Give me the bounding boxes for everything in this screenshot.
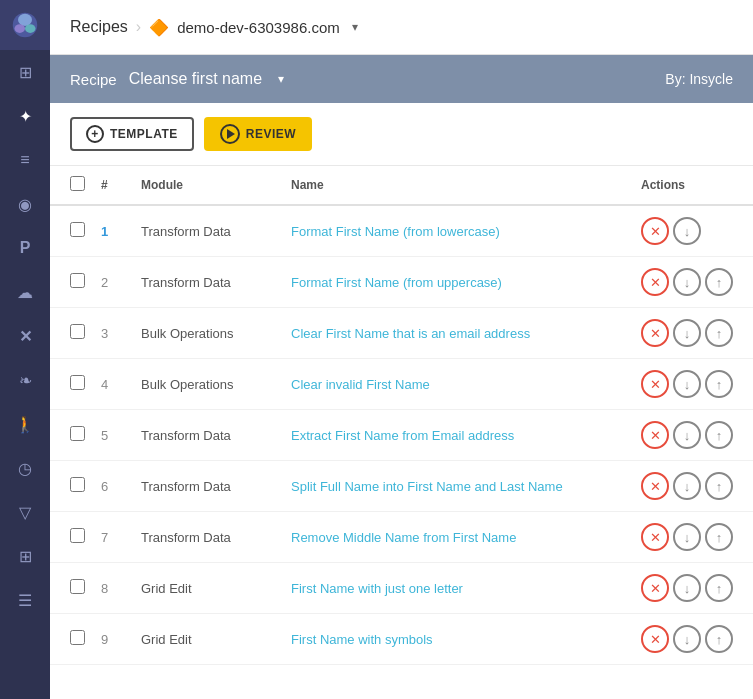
row-checkbox-4[interactable] (70, 375, 85, 390)
move-up-button[interactable]: ↑ (705, 268, 733, 296)
sidebar-item-p[interactable]: P (0, 226, 50, 270)
template-button[interactable]: + TEMPLATE (70, 117, 194, 151)
move-up-button[interactable]: ↑ (705, 370, 733, 398)
sidebar-item-home[interactable]: ⊞ (0, 50, 50, 94)
row-name-link[interactable]: First Name with symbols (291, 632, 433, 647)
main-content: Recipes › 🔶 demo-dev-6303986.com ▾ Recip… (50, 0, 753, 699)
row-module: Grid Edit (133, 614, 283, 665)
sidebar-item-run[interactable]: 🚶 (0, 402, 50, 446)
row-name[interactable]: Clear invalid First Name (283, 359, 633, 410)
sidebar-logo[interactable] (0, 0, 50, 50)
delete-button[interactable]: ✕ (641, 421, 669, 449)
row-checkbox-3[interactable] (70, 324, 85, 339)
move-down-button[interactable]: ↓ (673, 625, 701, 653)
row-name-link[interactable]: Format First Name (from lowercase) (291, 224, 500, 239)
row-checkbox-8[interactable] (70, 579, 85, 594)
row-checkbox-2[interactable] (70, 273, 85, 288)
delete-button[interactable]: ✕ (641, 523, 669, 551)
move-down-button[interactable]: ↓ (673, 523, 701, 551)
grid-icon: ⊞ (19, 63, 32, 82)
row-num: 5 (93, 410, 133, 461)
move-down-button[interactable]: ↓ (673, 370, 701, 398)
actions-group: ✕↓↑ (641, 523, 745, 551)
row-checkbox-5[interactable] (70, 426, 85, 441)
down-icon: ↓ (684, 224, 691, 239)
table-row: 9Grid EditFirst Name with symbols✕↓↑ (50, 614, 753, 665)
leaf-icon: ❧ (19, 371, 32, 390)
row-checkbox-1[interactable] (70, 222, 85, 237)
delete-button[interactable]: ✕ (641, 574, 669, 602)
delete-button[interactable]: ✕ (641, 472, 669, 500)
move-up-button[interactable]: ↑ (705, 625, 733, 653)
move-down-button[interactable]: ↓ (673, 319, 701, 347)
row-name[interactable]: First Name with symbols (283, 614, 633, 665)
row-name[interactable]: Format First Name (from lowercase) (283, 205, 633, 257)
row-name-link[interactable]: Split Full Name into First Name and Last… (291, 479, 563, 494)
row-actions-cell: ✕↓↑ (633, 359, 753, 410)
delete-button[interactable]: ✕ (641, 319, 669, 347)
recipe-by: By: Insycle (665, 71, 733, 87)
sidebar-item-cloud[interactable]: ☁ (0, 270, 50, 314)
delete-button[interactable]: ✕ (641, 217, 669, 245)
row-checkbox-7[interactable] (70, 528, 85, 543)
row-name[interactable]: Clear First Name that is an email addres… (283, 308, 633, 359)
move-up-button[interactable]: ↑ (705, 523, 733, 551)
sidebar-item-filter[interactable]: ▽ (0, 490, 50, 534)
sidebar-item-integrations[interactable]: ✦ (0, 94, 50, 138)
move-up-button[interactable]: ↑ (705, 421, 733, 449)
move-down-button[interactable]: ↓ (673, 574, 701, 602)
actions-group: ✕↓↑ (641, 574, 745, 602)
domain-dropdown-icon[interactable]: ▾ (352, 20, 358, 34)
sidebar-item-leaf[interactable]: ❧ (0, 358, 50, 402)
row-name-link[interactable]: Remove Middle Name from First Name (291, 530, 516, 545)
row-module: Transform Data (133, 461, 283, 512)
row-name[interactable]: Format First Name (from uppercase) (283, 257, 633, 308)
actions-group: ✕↓↑ (641, 625, 745, 653)
row-checkbox-cell (50, 461, 93, 512)
row-module: Transform Data (133, 205, 283, 257)
row-checkbox-6[interactable] (70, 477, 85, 492)
review-button[interactable]: REVIEW (204, 117, 312, 151)
row-name-link[interactable]: Clear invalid First Name (291, 377, 430, 392)
header-actions: Actions (633, 166, 753, 205)
move-down-button[interactable]: ↓ (673, 421, 701, 449)
recipe-dropdown-icon[interactable]: ▾ (278, 72, 284, 86)
row-checkbox-9[interactable] (70, 630, 85, 645)
row-name-link[interactable]: Clear First Name that is an email addres… (291, 326, 530, 341)
actions-group: ✕↓ (641, 217, 745, 245)
sidebar-item-tag[interactable]: ◉ (0, 182, 50, 226)
table-row: 6Transform DataSplit Full Name into Firs… (50, 461, 753, 512)
move-down-button[interactable]: ↓ (673, 472, 701, 500)
row-name[interactable]: Remove Middle Name from First Name (283, 512, 633, 563)
delete-button[interactable]: ✕ (641, 268, 669, 296)
row-name-link[interactable]: Format First Name (from uppercase) (291, 275, 502, 290)
row-name[interactable]: First Name with just one letter (283, 563, 633, 614)
move-up-button[interactable]: ↑ (705, 574, 733, 602)
delete-button[interactable]: ✕ (641, 625, 669, 653)
row-name[interactable]: Extract First Name from Email address (283, 410, 633, 461)
row-checkbox-cell (50, 308, 93, 359)
integrations-icon: ✦ (19, 107, 32, 126)
table-row: 1Transform DataFormat First Name (from l… (50, 205, 753, 257)
move-down-button[interactable]: ↓ (673, 268, 701, 296)
table-container: # Module Name Actions 1Transform DataFor… (50, 166, 753, 699)
sidebar-item-x[interactable]: ✕ (0, 314, 50, 358)
row-name-link[interactable]: First Name with just one letter (291, 581, 463, 596)
x-icon: ✕ (650, 428, 661, 443)
row-name-link[interactable]: Extract First Name from Email address (291, 428, 514, 443)
row-checkbox-cell (50, 359, 93, 410)
down-icon: ↓ (684, 581, 691, 596)
move-down-button[interactable]: ↓ (673, 217, 701, 245)
move-up-button[interactable]: ↑ (705, 472, 733, 500)
sidebar-item-grid[interactable]: ⊞ (0, 534, 50, 578)
delete-button[interactable]: ✕ (641, 370, 669, 398)
sidebar-item-charts[interactable]: ≡ (0, 138, 50, 182)
actions-group: ✕↓↑ (641, 472, 745, 500)
sidebar-item-doc[interactable]: ☰ (0, 578, 50, 622)
down-icon: ↓ (684, 479, 691, 494)
sidebar-item-clock[interactable]: ◷ (0, 446, 50, 490)
down-icon: ↓ (684, 428, 691, 443)
row-name[interactable]: Split Full Name into First Name and Last… (283, 461, 633, 512)
select-all-checkbox[interactable] (70, 176, 85, 191)
move-up-button[interactable]: ↑ (705, 319, 733, 347)
